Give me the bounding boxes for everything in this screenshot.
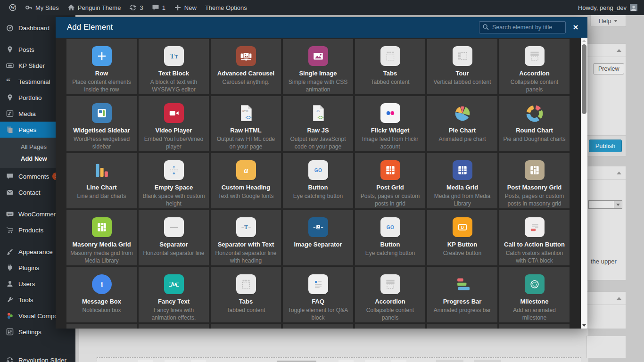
element-card-raw-html[interactable]: HTML<>Raw HTMLOutput raw HTML code on yo… [211,96,281,151]
faq-icon [308,274,328,294]
element-card-tabs[interactable]: TabsTabbed content [211,267,281,322]
element-card-partial[interactable] [427,324,497,329]
element-description: Embed YouTube/Vimeo player [142,136,205,151]
adminbar-item-my-sites[interactable]: My Sites [21,0,63,15]
adminbar-item-comments[interactable]: 1 [148,0,170,15]
element-description: Add an animated milestone [503,307,566,322]
info-icon: i [92,274,112,294]
element-description: Tabbed content [371,79,409,86]
element-card-round-chart[interactable]: Round ChartPie and Doughnat charts [499,96,570,151]
select-arrow-icon [614,201,622,208]
element-card-button[interactable]: GOButtonEye catching button [355,210,425,265]
element-card-separator-with-text[interactable]: TSeparator with TextHorizontal separator… [211,210,281,265]
element-card-separator[interactable]: SeparatorHorizontal separator line [139,210,209,265]
scrollbar-thumb[interactable] [582,44,586,114]
milestone-icon [525,274,545,294]
svg-text:GO: GO [314,168,322,173]
help-dropdown[interactable]: Help [590,15,626,27]
element-card-partial[interactable] [66,324,137,329]
element-card-empty-space[interactable]: Empty SpaceBlank space with custom heigh… [139,153,209,208]
element-title: Raw HTML [230,127,261,134]
element-title: Button [308,184,328,191]
element-card-post-grid[interactable]: Post GridPosts, pages or custom posts in… [355,153,425,208]
element-title: Widgetised Sidebar [73,127,130,134]
plus-icon [174,4,182,11]
element-card-tabs[interactable]: TabsTabbed content [355,39,425,94]
wplogo-icon: W [9,4,17,11]
chevron-down-icon [614,20,618,22]
element-card-video-player[interactable]: Video PlayerEmbed YouTube/Vimeo player [139,96,209,151]
update-icon [129,4,137,11]
element-search-input[interactable] [479,21,566,33]
slides-icon [6,62,14,69]
element-description: Image feed from Flickr account [359,136,421,151]
template-select[interactable] [588,200,622,209]
preview-button[interactable]: Preview [593,63,624,74]
element-description: Simple image with CSS animation [287,79,349,94]
element-card-single-image[interactable]: Single ImageSimple image with CSS animat… [283,39,353,94]
element-card-accordion[interactable]: AccordionCollapsible content panels [499,39,570,94]
element-grid: RowPlace content elements inside the row… [66,39,570,329]
publish-metabox-footer: Publish [587,135,626,156]
collapse-toggle-icon[interactable] [617,297,621,300]
element-title: Text Block [158,70,189,77]
close-icon[interactable]: × [570,21,582,33]
element-card-media-grid[interactable]: Media GridMedia grid from Media Library [427,153,497,208]
element-card-fancy-text[interactable]: AaFancy TextFancy lines with animation e… [139,267,209,322]
page-attributes-metabox: the upper [586,166,626,280]
sidebar-item-label: Pages [18,126,36,133]
element-card-accordion[interactable]: AccordionCollapsible content panels [355,267,425,322]
element-card-advanced-carousel[interactable]: Advanced CarouselCarousel anything. [211,39,281,94]
element-card-line-chart[interactable]: Line ChartLine and Bar charts [66,153,137,208]
element-description: Posts, pages or custom posts in masonry … [503,193,566,208]
scroll-up-icon[interactable] [582,40,586,42]
element-description: Carousel anything. [222,79,269,86]
hr-text-icon: T [236,217,256,237]
element-card-call-to-action-button[interactable]: Call to Action ButtonCatch visitors atte… [499,210,570,265]
adminbar-item-updates[interactable]: 3 [125,0,147,15]
element-card-faq[interactable]: FAQToggle element for Q&A block [283,267,353,322]
element-card-kp-button[interactable]: BKP ButtonCreative button [427,210,497,265]
grid-icon [380,160,400,180]
element-card-flickr-widget[interactable]: Flickr WidgetImage feed from Flickr acco… [355,96,425,151]
element-card-partial[interactable] [283,324,353,329]
element-card-text-block[interactable]: TTText BlockA block of text with WYSIWYG… [139,39,209,94]
adminbar-item-theme-options[interactable]: Theme Options [201,0,251,15]
element-card-milestone[interactable]: MilestoneAdd an animated milestone [499,267,570,322]
adminbar-item-site-name[interactable]: Penguin Theme [63,0,125,15]
element-card-partial[interactable] [211,324,281,329]
element-card-widgetised-sidebar[interactable]: Widgetised SidebarWordPress widgetised s… [66,96,137,151]
metabox-header [587,166,626,180]
collapse-toggle-icon[interactable] [617,49,621,52]
scroll-down-icon[interactable] [582,324,586,327]
element-card-tour[interactable]: TourVertical tabbed content [427,39,497,94]
element-card-post-masonry-grid[interactable]: Post Masonry GridPosts, pages or custom … [499,153,570,208]
element-title: Post Masonry Grid [507,184,562,191]
update-icon [6,356,14,362]
adminbar-item-wp-logo[interactable]: W [5,0,21,15]
element-description: Animated pie chart [438,136,486,143]
element-description: Horizontal separator line [143,250,204,257]
element-card-partial[interactable] [355,324,425,329]
element-card-masonry-media-grid[interactable]: Masonry Media GridMasonry media grid fro… [66,210,137,265]
svg-text:<>: <> [245,115,251,121]
collapse-toggle-icon[interactable] [617,172,621,174]
element-card-row[interactable]: RowPlace content elements inside the row [66,39,137,94]
modal-scrollbar[interactable] [581,38,587,329]
element-card-raw-js[interactable]: JS<>Raw JSOutput raw JavaScript code on … [283,96,353,151]
element-description: Line and Bar charts [77,193,126,200]
sidebar-item-revolution-slider[interactable]: Revolution Slider [0,352,75,362]
admin-bar-account[interactable]: Howdy, peng_dev [578,4,639,11]
element-card-partial[interactable] [499,324,570,329]
element-card-progress-bar[interactable]: Progress BarAnimated progress bar [427,267,497,322]
sidebar-item-label: Users [18,280,35,288]
element-card-partial[interactable] [139,324,209,329]
element-card-message-box[interactable]: iMessage BoxNotification box [66,267,137,322]
element-card-image-separator[interactable]: Image Separator [283,210,353,265]
element-card-custom-heading[interactable]: aCustom HeadingText with Google fonts [211,153,281,208]
adminbar-item-new-content[interactable]: New [170,0,201,15]
element-card-button[interactable]: GOButtonEye catching button [283,153,353,208]
publish-button[interactable]: Publish [589,140,622,152]
media-icon [6,110,14,117]
element-card-pie-chart[interactable]: Pie ChartAnimated pie chart [427,96,497,151]
